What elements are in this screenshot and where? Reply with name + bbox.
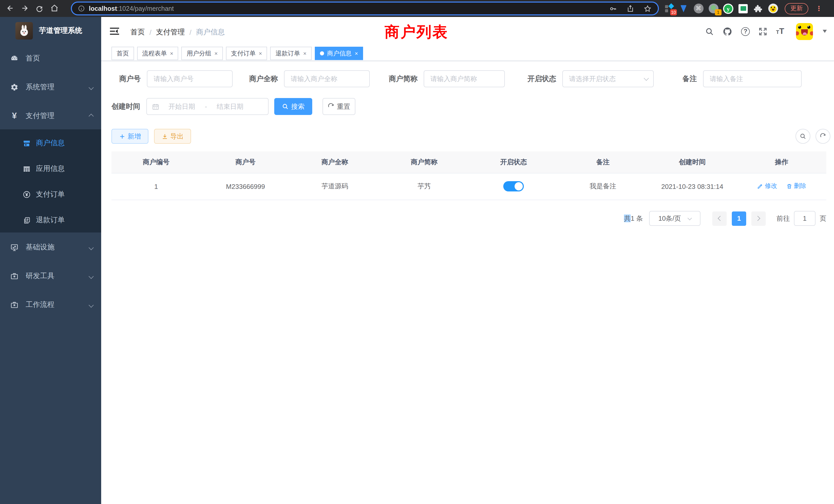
sidebar-item-refund-order[interactable]: 退款订单 xyxy=(0,207,101,233)
remark-input[interactable] xyxy=(703,70,802,87)
extension-grid-icon[interactable]: 10 xyxy=(663,3,674,14)
tags-view-bar: 首页 流程表单× 用户分组× 支付订单× 退款订单× 商户信息× xyxy=(101,46,834,61)
page-size-select[interactable]: 10条/页 xyxy=(649,211,701,226)
close-icon[interactable]: × xyxy=(170,50,173,56)
extension-command-icon[interactable]: ⌘ xyxy=(693,3,704,14)
chevron-left-icon xyxy=(718,216,723,221)
help-icon[interactable]: ? xyxy=(741,27,750,36)
extension-emoji-icon[interactable] xyxy=(768,3,778,14)
tab-user-group[interactable]: 用户分组× xyxy=(181,47,223,60)
avatar-dropdown-caret[interactable] xyxy=(823,30,827,33)
main-panel: 首页 / 支付管理 / 商户信息 商户列表 ? xyxy=(101,17,834,504)
tab-merchant-info[interactable]: 商户信息× xyxy=(315,47,363,60)
browser-home-button[interactable] xyxy=(49,3,60,13)
merchant-name-input[interactable] xyxy=(284,70,370,87)
grid-icon xyxy=(23,165,31,173)
font-size-icon[interactable]: TT xyxy=(776,27,784,36)
close-icon[interactable]: × xyxy=(214,50,218,56)
browser-menu-icon[interactable]: ⋮ xyxy=(815,6,821,11)
extension-profile-icon[interactable]: 1 xyxy=(708,3,719,14)
filter-merchant-no: 商户号 xyxy=(119,70,233,87)
browser-update-button[interactable]: 更新 xyxy=(785,3,808,14)
sidebar-item-workflow[interactable]: 工作流程 xyxy=(0,291,101,319)
breadcrumb-pay[interactable]: 支付管理 xyxy=(156,28,185,37)
trash-icon xyxy=(786,183,792,189)
chevron-down-icon xyxy=(89,245,94,250)
sidebar-item-merchant-info[interactable]: 商户信息 xyxy=(0,130,101,156)
chevron-up-icon xyxy=(89,113,94,118)
chevron-down-icon xyxy=(688,216,692,220)
user-avatar[interactable] xyxy=(796,23,813,40)
extension-chat-icon[interactable] xyxy=(738,3,748,14)
extensions-puzzle-icon[interactable] xyxy=(753,3,763,14)
total-count: 共1 条 xyxy=(624,214,643,223)
cell-created: 2021-10-23 08:31:14 xyxy=(648,173,737,200)
status-toggle[interactable] xyxy=(503,181,524,191)
tab-home[interactable]: 首页 xyxy=(111,47,134,60)
close-icon[interactable]: × xyxy=(355,50,358,56)
filter-remark: 备注 xyxy=(682,70,802,87)
sidebar-item-system[interactable]: 系统管理 xyxy=(0,73,101,101)
browser-back-button[interactable] xyxy=(5,3,16,13)
sidebar-item-home[interactable]: 首页 xyxy=(0,44,101,73)
date-range-picker[interactable]: 开始日期 - 结束日期 xyxy=(146,98,269,115)
chevron-down-icon xyxy=(89,85,94,90)
next-page-button[interactable] xyxy=(751,211,766,226)
add-button[interactable]: 新增 xyxy=(111,129,148,144)
field-label: 商户全称 xyxy=(249,74,278,84)
status-select[interactable]: 请选择开启状态 xyxy=(562,70,654,87)
monitor-chart-icon xyxy=(10,243,19,251)
sidebar-fold-icon[interactable] xyxy=(110,27,119,36)
sidebar-item-devtools[interactable]: 研发工具 xyxy=(0,262,101,291)
cell-merchant-no: M233666999 xyxy=(201,173,290,200)
tab-process-form[interactable]: 流程表单× xyxy=(137,47,178,60)
sidebar-item-pay-order[interactable]: 支付订单 xyxy=(0,182,101,207)
current-page-button[interactable]: 1 xyxy=(732,211,746,226)
col-actions: 操作 xyxy=(737,152,826,173)
close-icon[interactable]: × xyxy=(303,50,307,56)
gear-icon xyxy=(10,83,19,91)
show-search-toggle-button[interactable] xyxy=(795,129,810,144)
extension-badge: 10 xyxy=(670,9,677,15)
goto-page-input[interactable] xyxy=(794,211,815,226)
export-button[interactable]: 导出 xyxy=(154,129,191,144)
address-bar[interactable]: localhost:1024/pay/merchant xyxy=(71,2,659,16)
yen-circle-icon xyxy=(23,190,31,199)
browser-reload-button[interactable] xyxy=(34,3,44,13)
bookmark-star-icon[interactable] xyxy=(643,4,652,13)
edit-link[interactable]: 修改 xyxy=(757,182,777,191)
sidebar-item-app-info[interactable]: 应用信息 xyxy=(0,156,101,182)
close-icon[interactable]: × xyxy=(259,50,262,56)
site-info-icon[interactable] xyxy=(78,5,85,12)
merchant-table: 商户编号 商户号 商户全称 商户简称 开启状态 备注 创建时间 操作 1 M23… xyxy=(111,152,826,200)
reset-button[interactable]: 重置 xyxy=(323,98,355,115)
tab-pay-order[interactable]: 支付订单× xyxy=(226,47,267,60)
refresh-table-button[interactable] xyxy=(815,129,830,144)
table-row: 1 M233666999 芋道源码 芋艿 我是备注 2021-10-23 08:… xyxy=(111,173,826,200)
merchant-short-input[interactable] xyxy=(424,70,505,87)
github-icon[interactable] xyxy=(723,26,732,36)
sidebar: 芋道管理系统 首页 系统管理 ¥ 支付管理 xyxy=(0,17,101,504)
share-icon[interactable] xyxy=(627,5,634,12)
filter-merchant-name: 商户全称 xyxy=(249,70,370,87)
extension-y-icon[interactable]: y xyxy=(723,3,733,14)
sidebar-item-infrastructure[interactable]: 基础设施 xyxy=(0,233,101,262)
extension-badge: 1 xyxy=(715,9,722,15)
red-annotation-title: 商户列表 xyxy=(385,22,448,43)
tab-refund-order[interactable]: 退款订单× xyxy=(270,47,312,60)
password-key-icon[interactable] xyxy=(609,4,617,13)
delete-link[interactable]: 删除 xyxy=(786,182,806,191)
browser-forward-button[interactable] xyxy=(20,3,30,13)
sidebar-item-pay[interactable]: ¥ 支付管理 xyxy=(0,101,101,130)
calendar-icon xyxy=(152,103,159,110)
sidebar-logo[interactable]: 芋道管理系统 xyxy=(0,17,101,44)
search-button[interactable]: 搜索 xyxy=(274,98,312,115)
fullscreen-icon[interactable] xyxy=(759,27,767,36)
header-search-icon[interactable] xyxy=(705,27,714,36)
extension-kite-icon[interactable] xyxy=(678,3,689,14)
prev-page-button[interactable] xyxy=(712,211,727,226)
table-header-row: 商户编号 商户号 商户全称 商户简称 开启状态 备注 创建时间 操作 xyxy=(111,152,826,173)
active-dot xyxy=(320,51,324,55)
breadcrumb-home[interactable]: 首页 xyxy=(130,28,145,37)
merchant-no-input[interactable] xyxy=(147,70,233,87)
